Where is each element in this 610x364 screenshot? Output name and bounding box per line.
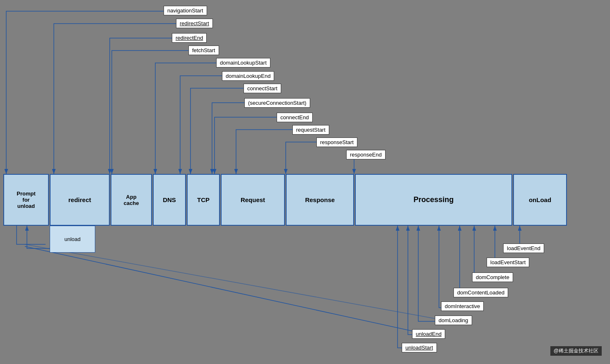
phase-dns: DNS <box>153 174 186 226</box>
label-domInteractive: domInteractive <box>441 301 484 311</box>
phase-response: Response <box>286 174 354 226</box>
label-domLoading: domLoading <box>435 316 472 325</box>
watermark: @稀土掘金技术社区 <box>550 346 602 356</box>
label-responseStart: responseStart <box>316 137 357 147</box>
svg-line-2 <box>25 244 451 321</box>
label-navigationStart: navigationStart <box>164 6 207 15</box>
label-domainLookupEnd: domainLookupEnd <box>222 71 274 81</box>
phase-unload: unload <box>50 226 95 253</box>
phase-onload: onLoad <box>513 174 567 226</box>
label-responseEnd: responseEnd <box>346 150 386 159</box>
label-unloadStart: unloadStart <box>402 343 437 352</box>
label-redirectStart: redirectStart <box>176 19 213 28</box>
label-loadEventStart: loadEventStart <box>487 258 529 267</box>
label-fetchStart: fetchStart <box>188 46 219 55</box>
label-unloadEnd: unloadEnd <box>412 329 445 339</box>
phase-processing: Processing <box>355 174 512 226</box>
phase-tcp: TCP <box>187 174 220 226</box>
label-redirectEnd: redirectEnd <box>172 33 207 43</box>
phase-request: Request <box>221 174 285 226</box>
label-loadEventEnd: loadEventEnd <box>503 243 544 253</box>
label-domComplete: domComplete <box>472 272 513 282</box>
label-secureConnectionStart: (secureConnectionStart) <box>244 98 310 108</box>
phase-app-cache: Appcache <box>111 174 152 226</box>
phase-prompt-for-unload: Promptforunload <box>3 174 49 226</box>
label-domContentLoaded: domContentLoaded <box>453 288 508 297</box>
svg-line-1 <box>25 246 429 335</box>
phase-redirect: redirect <box>50 174 110 226</box>
label-requestStart: requestStart <box>292 125 329 135</box>
label-connectStart: connectStart <box>244 84 281 93</box>
diagram-container: navigationStart redirectStart redirectEn… <box>0 0 610 364</box>
label-connectEnd: connectEnd <box>277 113 313 122</box>
label-domainLookupStart: domainLookupStart <box>216 58 270 67</box>
